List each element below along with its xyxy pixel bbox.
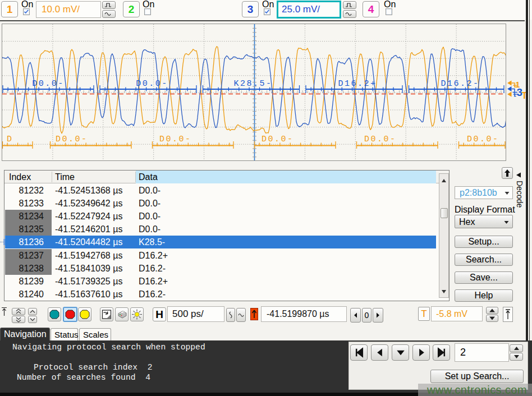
svg-text:D0.0-: D0.0- xyxy=(262,135,294,144)
svg-text:K28.5-: K28.5- xyxy=(233,79,272,89)
svg-text:D0.0-: D0.0- xyxy=(364,135,397,144)
svg-text:D0.0-: D0.0- xyxy=(136,79,168,89)
svg-text:D0.0-: D0.0- xyxy=(56,135,88,144)
svg-text:D0.0-: D0.0- xyxy=(32,79,65,89)
svg-text:D0.0-: D0.0- xyxy=(159,135,192,144)
svg-text:D0.0-: D0.0- xyxy=(467,135,499,144)
svg-text:D16.2-: D16.2- xyxy=(441,79,479,89)
svg-text:D: D xyxy=(7,135,13,144)
svg-text:D16.2+: D16.2+ xyxy=(338,79,377,89)
